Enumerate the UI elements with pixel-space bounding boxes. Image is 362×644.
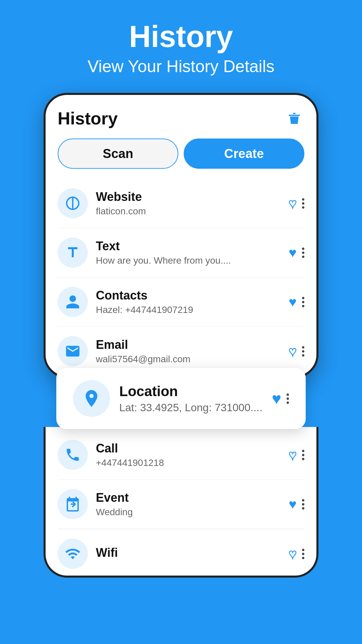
page-title: History — [129, 20, 233, 53]
phone-mockup: History Scan Create Website flaticon.com — [44, 93, 318, 378]
location-name: Location — [119, 383, 262, 399]
wifi-more-button[interactable] — [302, 549, 304, 559]
event-text: Event Wedding — [96, 491, 281, 518]
location-more-button[interactable] — [287, 393, 289, 404]
website-detail: flaticon.com — [96, 206, 281, 217]
list-item-contacts: Contacts Hazel: +447441907219 ♥ — [58, 277, 304, 327]
history-header: History — [58, 108, 304, 128]
phone-lower: Call +447441901218 ♥ Event Wedding ♥ — [44, 427, 318, 578]
email-favorite-button[interactable]: ♥ — [289, 344, 297, 359]
text-name: Text — [96, 239, 281, 253]
call-icon-wrap — [58, 440, 88, 470]
call-more-button[interactable] — [302, 450, 304, 460]
location-detail: Lat: 33.4925, Long: 731000.... — [119, 401, 262, 414]
text-detail: How are you. Where from you.... — [96, 255, 281, 266]
wifi-text: Wifi — [96, 546, 281, 562]
email-detail: wali57564@gmail.com — [96, 354, 281, 365]
text-icon-wrap — [58, 237, 88, 268]
website-name: Website — [96, 190, 281, 204]
floating-location-card: Location Lat: 33.4925, Long: 731000.... … — [56, 368, 306, 429]
call-detail: +447441901218 — [96, 458, 281, 468]
event-name: Event — [96, 491, 281, 505]
wifi-actions: ♥ — [289, 546, 304, 561]
wifi-favorite-button[interactable]: ♥ — [289, 546, 297, 561]
text-more-button[interactable] — [302, 248, 304, 258]
location-actions: ♥ — [272, 389, 289, 408]
website-more-button[interactable] — [302, 198, 304, 209]
screen-title: History — [58, 108, 118, 128]
contacts-more-button[interactable] — [302, 297, 304, 307]
location-favorite-button[interactable]: ♥ — [272, 389, 282, 408]
call-actions: ♥ — [289, 447, 304, 463]
email-more-button[interactable] — [302, 346, 304, 357]
event-actions: ♥ — [289, 497, 304, 512]
wifi-icon-wrap — [58, 539, 88, 569]
call-text: Call +447441901218 — [96, 441, 281, 468]
event-icon-wrap — [58, 489, 88, 519]
email-actions: ♥ — [289, 344, 304, 359]
email-name: Email — [96, 338, 281, 352]
contacts-name: Contacts — [96, 288, 281, 303]
website-favorite-button[interactable]: ♥ — [289, 196, 297, 211]
contacts-actions: ♥ — [289, 294, 304, 310]
tab-create[interactable]: Create — [184, 139, 304, 169]
website-text: Website flaticon.com — [96, 190, 281, 217]
event-detail: Wedding — [96, 507, 281, 518]
contacts-text: Contacts Hazel: +447441907219 — [96, 288, 281, 315]
location-icon-wrap — [73, 380, 110, 417]
event-favorite-button[interactable]: ♥ — [289, 497, 297, 512]
contacts-icon-wrap — [58, 287, 88, 317]
list-item-wifi: Wifi ♥ — [58, 529, 304, 576]
page-subtitle: View Your History Details — [87, 57, 275, 76]
event-more-button[interactable] — [302, 499, 304, 509]
call-name: Call — [96, 441, 281, 455]
website-actions: ♥ — [289, 196, 304, 211]
tab-scan[interactable]: Scan — [58, 139, 178, 169]
list-item-call: Call +447441901218 ♥ — [58, 430, 304, 480]
text-actions: ♥ — [289, 245, 304, 260]
email-icon-wrap — [58, 336, 88, 366]
list-item-event: Event Wedding ♥ — [58, 480, 304, 529]
email-text: Email wali57564@gmail.com — [96, 338, 281, 365]
website-icon-wrap — [58, 188, 88, 218]
text-text: Text How are you. Where from you.... — [96, 239, 281, 266]
contacts-detail: Hazel: +447441907219 — [96, 305, 281, 315]
tab-row: Scan Create — [58, 139, 304, 169]
text-favorite-button[interactable]: ♥ — [289, 245, 297, 260]
wifi-name: Wifi — [96, 546, 281, 560]
call-favorite-button[interactable]: ♥ — [289, 447, 297, 463]
list-item-website: Website flaticon.com ♥ — [58, 179, 304, 228]
contacts-favorite-button[interactable]: ♥ — [289, 294, 297, 310]
delete-button[interactable] — [284, 108, 304, 128]
list-item-text: Text How are you. Where from you.... ♥ — [58, 228, 304, 277]
location-text: Location Lat: 33.4925, Long: 731000.... — [119, 383, 262, 414]
